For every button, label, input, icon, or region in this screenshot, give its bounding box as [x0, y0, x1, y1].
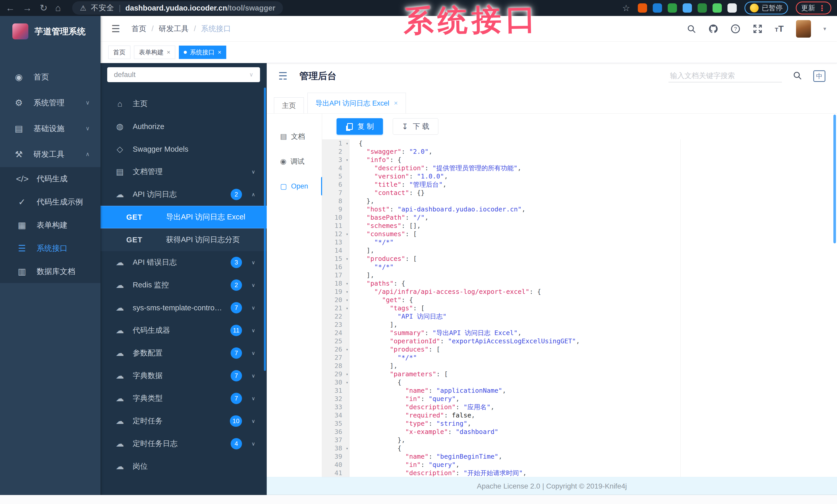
fold-arrow-icon[interactable]: ▾: [346, 255, 349, 263]
sidebar-item-codegen[interactable]: </>代码生成: [0, 167, 101, 190]
swagger-item-param-config[interactable]: ☁参数配置7∨: [101, 342, 267, 365]
swagger-item-authorize[interactable]: ◍Authorize: [101, 115, 267, 138]
fold-arrow-icon[interactable]: ▾: [346, 346, 349, 354]
line-number: 21▾: [322, 304, 350, 312]
chevron-down-icon: ∨: [250, 259, 257, 265]
breadcrumb-item[interactable]: 系统接口: [201, 24, 231, 34]
swagger-item-code-generator[interactable]: ☁代码生成器11∨: [101, 319, 267, 342]
swagger-item-api-error-log[interactable]: ☁API 错误日志3∨: [101, 251, 267, 274]
extension-icon-6[interactable]: [713, 3, 722, 13]
extension-icon-2[interactable]: [653, 3, 662, 13]
api-group-select[interactable]: default ∨: [107, 67, 260, 82]
doc-tab[interactable]: 导出API 访问日志 Excel×: [307, 93, 406, 113]
swagger-item-doc-manage[interactable]: ▤文档管理∨: [101, 161, 267, 183]
avatar-caret-icon[interactable]: ▾: [823, 25, 826, 32]
tag-tab[interactable]: 表单构建×: [134, 45, 175, 59]
rail-item-doc[interactable]: ▤文档: [267, 124, 322, 149]
close-icon[interactable]: ×: [167, 49, 170, 56]
language-toggle[interactable]: 中: [813, 70, 825, 82]
sidebar-item-form-builder[interactable]: ▦表单构建: [0, 213, 101, 237]
browser-back-icon[interactable]: ←: [6, 3, 15, 13]
swagger-item-cron-job[interactable]: ☁定时任务10∨: [101, 410, 267, 432]
fold-arrow-icon[interactable]: ▾: [346, 378, 349, 387]
swagger-item-cron-job-log[interactable]: ☁定时任务日志4∨: [101, 432, 267, 455]
sidebar-item-codegen-demo[interactable]: ✓代码生成示例: [0, 190, 101, 213]
sidebar-item-system-api[interactable]: ☰系统接口: [0, 237, 101, 260]
security-label[interactable]: 不安全: [91, 3, 114, 13]
close-icon[interactable]: ×: [218, 49, 221, 56]
sidebar-item-dashboard[interactable]: ◉首页: [0, 64, 101, 90]
fold-arrow-icon[interactable]: ▾: [346, 288, 349, 296]
browser-forward-icon[interactable]: →: [23, 3, 32, 13]
rail-item-debug[interactable]: ◉调试: [267, 149, 322, 174]
code-line: 8 },: [322, 197, 837, 205]
doc-tab[interactable]: 主页: [274, 97, 304, 113]
address-bar[interactable]: ⚠ 不安全 | dashboard.yudao.iocoder.cn/tool/…: [72, 1, 283, 15]
browser-home-icon[interactable]: ⌂: [55, 3, 61, 13]
user-avatar[interactable]: [796, 20, 811, 38]
fold-arrow-icon[interactable]: ▾: [346, 279, 349, 288]
help-icon[interactable]: ?: [731, 24, 741, 34]
download-button[interactable]: ↧ 下 载: [393, 118, 438, 135]
sidebar-item-system[interactable]: ⚙系统管理∨: [0, 90, 101, 116]
chevron-down-icon: ∨: [250, 327, 257, 334]
swagger-item-dict-type[interactable]: ☁字典类型7∨: [101, 387, 267, 410]
tag-tab[interactable]: 首页: [108, 45, 130, 59]
font-size-icon[interactable]: TT: [775, 24, 784, 34]
line-number: 5: [322, 172, 350, 181]
fold-arrow-icon[interactable]: ▾: [346, 296, 349, 304]
rail-item-open[interactable]: ▢Open: [267, 174, 322, 199]
sidebar-toggle-icon[interactable]: ☰: [111, 23, 120, 35]
swagger-item-api-access-log[interactable]: ☁API 访问日志2∧: [101, 183, 267, 206]
fullscreen-icon[interactable]: [753, 24, 763, 34]
swagger-operation[interactable]: GET导出API 访问日志 Excel: [101, 206, 267, 228]
extension-icon-1[interactable]: [638, 3, 647, 13]
copy-button[interactable]: 复 制: [337, 118, 383, 135]
code-line: 4 "description": "提供管理员管理的所有功能",: [322, 164, 837, 172]
json-code-editor[interactable]: 1▾{2 "swagger": "2.0",3▾ "info": {4 "des…: [322, 139, 837, 504]
doc-search-input[interactable]: [669, 70, 782, 82]
swagger-item-post[interactable]: ☁岗位: [101, 455, 267, 478]
swagger-item-home[interactable]: ⌂主页: [101, 92, 267, 115]
extension-icon-5[interactable]: [698, 3, 707, 13]
extension-icon-4[interactable]: [683, 3, 692, 13]
doc-scrollbar[interactable]: [833, 115, 836, 243]
chevron-up-icon: ∧: [86, 151, 90, 157]
sidebar-item-db-doc[interactable]: ▥数据库文档: [0, 260, 101, 283]
swagger-scrollbar[interactable]: [264, 88, 266, 371]
doc-search-icon[interactable]: [793, 71, 802, 81]
extension-icon-7[interactable]: [728, 3, 737, 13]
browser-update-button[interactable]: 更新 ⋮: [796, 2, 831, 14]
swagger-operation[interactable]: GET获得API 访问日志分页: [101, 228, 267, 251]
fold-arrow-icon[interactable]: ▾: [346, 370, 349, 378]
breadcrumb-item[interactable]: 首页: [131, 24, 146, 34]
swagger-item-swagger-models[interactable]: ◇Swagger Models: [101, 138, 267, 161]
url-text[interactable]: dashboard.yudao.iocoder.cn/tool/swagger: [125, 4, 275, 12]
collapse-menu-icon[interactable]: ☴: [278, 70, 288, 82]
fold-arrow-icon[interactable]: ▾: [346, 139, 349, 148]
bookmark-star-icon[interactable]: ☆: [622, 3, 630, 13]
app-logo-row[interactable]: 芋道管理系统: [0, 16, 101, 47]
sidebar-item-infrastructure[interactable]: ▤基础设施∨: [0, 116, 101, 142]
browser-menu-icon[interactable]: ⋮: [818, 4, 826, 13]
search-icon[interactable]: [687, 24, 696, 34]
swagger-item-redis-monitor[interactable]: ☁Redis 监控2∨: [101, 274, 267, 296]
browser-reload-icon[interactable]: ↻: [40, 3, 48, 13]
fold-arrow-icon[interactable]: ▾: [346, 156, 349, 164]
code-text: "host": "api-dashboard.yudao.iocoder.cn"…: [350, 205, 526, 213]
fold-arrow-icon[interactable]: ▾: [346, 304, 349, 312]
extension-icon-3[interactable]: [668, 3, 677, 13]
line-number: 31: [322, 387, 350, 395]
swagger-item-dict-data[interactable]: ☁字典数据7∨: [101, 365, 267, 387]
github-icon[interactable]: [708, 24, 718, 34]
fold-arrow-icon[interactable]: ▾: [346, 230, 349, 238]
fold-arrow-icon[interactable]: ▾: [346, 444, 349, 452]
tag-tab[interactable]: 系统接口×: [179, 45, 226, 59]
breadcrumb-item[interactable]: 研发工具: [159, 24, 189, 34]
code-line: 17 ],: [322, 271, 837, 279]
code-line: 38▾ {: [322, 444, 837, 452]
sidebar-item-devtools[interactable]: ⚒研发工具∧: [0, 142, 101, 167]
close-icon[interactable]: ×: [394, 99, 398, 107]
swagger-item-sms-template[interactable]: ☁sys-sms-template-controller7∨: [101, 296, 267, 319]
paused-extension-pill[interactable]: 已暂停: [745, 2, 788, 14]
